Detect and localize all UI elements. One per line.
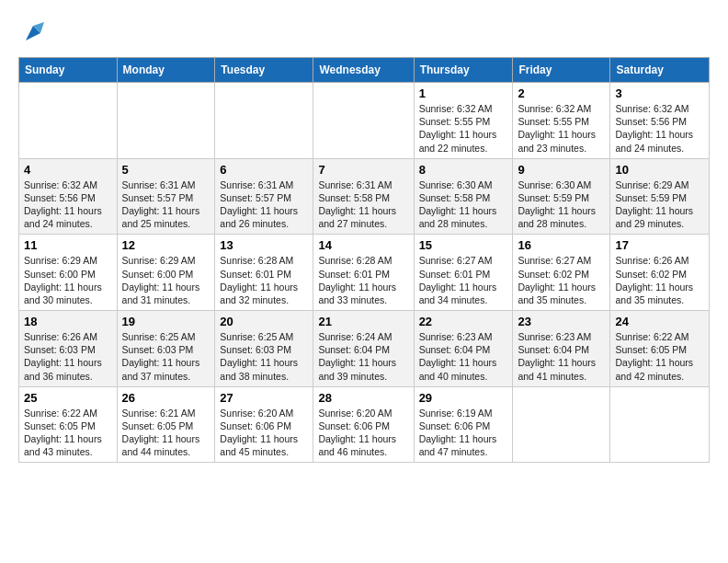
day-info: Sunrise: 6:20 AM Sunset: 6:06 PM Dayligh… [318,407,408,459]
calendar-cell: 21Sunrise: 6:24 AM Sunset: 6:04 PM Dayli… [313,311,414,387]
day-number: 27 [220,391,308,405]
day-number: 26 [122,391,210,405]
calendar-cell: 3Sunrise: 6:32 AM Sunset: 5:56 PM Daylig… [610,83,710,159]
calendar-cell: 19Sunrise: 6:25 AM Sunset: 6:03 PM Dayli… [117,311,215,387]
day-info: Sunrise: 6:29 AM Sunset: 6:00 PM Dayligh… [24,254,112,306]
day-number: 7 [318,163,408,177]
logo [18,18,51,48]
day-number: 4 [24,163,112,177]
day-info: Sunrise: 6:23 AM Sunset: 6:04 PM Dayligh… [518,330,605,383]
day-of-week-header: Monday [117,58,215,83]
day-number: 13 [220,238,308,252]
day-number: 29 [419,391,508,405]
calendar-cell: 9Sunrise: 6:30 AM Sunset: 5:59 PM Daylig… [513,158,610,235]
day-number: 18 [24,315,112,328]
calendar-week-row: 25Sunrise: 6:22 AM Sunset: 6:05 PM Dayli… [19,386,710,463]
day-number: 23 [518,315,605,328]
calendar-week-row: 11Sunrise: 6:29 AM Sunset: 6:00 PM Dayli… [19,235,710,311]
calendar-cell: 23Sunrise: 6:23 AM Sunset: 6:04 PM Dayli… [513,311,610,387]
day-info: Sunrise: 6:28 AM Sunset: 6:01 PM Dayligh… [318,254,408,306]
day-number: 20 [220,315,308,328]
day-info: Sunrise: 6:22 AM Sunset: 6:05 PM Dayligh… [24,407,112,459]
day-of-week-header: Wednesday [313,58,414,83]
page-header [18,18,710,48]
day-of-week-header: Friday [513,58,610,83]
day-number: 19 [122,315,210,328]
calendar-cell: 26Sunrise: 6:21 AM Sunset: 6:05 PM Dayli… [117,386,215,463]
calendar-table: SundayMondayTuesdayWednesdayThursdayFrid… [18,57,710,463]
calendar-cell: 8Sunrise: 6:30 AM Sunset: 5:58 PM Daylig… [414,158,513,235]
calendar-cell [513,386,610,463]
day-info: Sunrise: 6:29 AM Sunset: 5:59 PM Dayligh… [615,178,704,231]
day-number: 14 [318,238,408,252]
calendar-week-row: 4Sunrise: 6:32 AM Sunset: 5:56 PM Daylig… [19,158,710,235]
calendar-header-row: SundayMondayTuesdayWednesdayThursdayFrid… [19,58,710,83]
day-info: Sunrise: 6:31 AM Sunset: 5:58 PM Dayligh… [318,178,408,231]
calendar-cell: 7Sunrise: 6:31 AM Sunset: 5:58 PM Daylig… [313,158,414,235]
day-info: Sunrise: 6:21 AM Sunset: 6:05 PM Dayligh… [122,407,210,459]
calendar-cell [215,83,313,159]
day-info: Sunrise: 6:19 AM Sunset: 6:06 PM Dayligh… [419,407,508,459]
logo-icon [18,18,48,48]
day-of-week-header: Tuesday [215,58,313,83]
day-info: Sunrise: 6:20 AM Sunset: 6:06 PM Dayligh… [220,407,308,459]
day-info: Sunrise: 6:32 AM Sunset: 5:55 PM Dayligh… [419,102,508,155]
calendar-cell: 20Sunrise: 6:25 AM Sunset: 6:03 PM Dayli… [215,311,313,387]
day-of-week-header: Saturday [610,58,710,83]
day-info: Sunrise: 6:28 AM Sunset: 6:01 PM Dayligh… [220,254,308,306]
calendar-cell: 22Sunrise: 6:23 AM Sunset: 6:04 PM Dayli… [414,311,513,387]
calendar-cell [19,83,118,159]
day-info: Sunrise: 6:32 AM Sunset: 5:56 PM Dayligh… [615,102,704,155]
calendar-cell: 14Sunrise: 6:28 AM Sunset: 6:01 PM Dayli… [313,235,414,311]
day-number: 10 [615,163,704,177]
day-number: 17 [615,238,704,252]
calendar-cell: 2Sunrise: 6:32 AM Sunset: 5:55 PM Daylig… [513,83,610,159]
calendar-cell: 15Sunrise: 6:27 AM Sunset: 6:01 PM Dayli… [414,235,513,311]
calendar-cell: 16Sunrise: 6:27 AM Sunset: 6:02 PM Dayli… [513,235,610,311]
day-info: Sunrise: 6:32 AM Sunset: 5:56 PM Dayligh… [24,178,112,231]
day-of-week-header: Sunday [19,58,118,83]
day-info: Sunrise: 6:22 AM Sunset: 6:05 PM Dayligh… [615,330,704,383]
calendar-cell: 24Sunrise: 6:22 AM Sunset: 6:05 PM Dayli… [610,311,710,387]
calendar-cell: 11Sunrise: 6:29 AM Sunset: 6:00 PM Dayli… [19,235,118,311]
day-number: 12 [122,238,210,252]
day-info: Sunrise: 6:25 AM Sunset: 6:03 PM Dayligh… [122,330,210,383]
day-info: Sunrise: 6:27 AM Sunset: 6:02 PM Dayligh… [518,254,605,306]
calendar-week-row: 1Sunrise: 6:32 AM Sunset: 5:55 PM Daylig… [19,83,710,159]
calendar-cell: 13Sunrise: 6:28 AM Sunset: 6:01 PM Dayli… [215,235,313,311]
day-info: Sunrise: 6:29 AM Sunset: 6:00 PM Dayligh… [122,254,210,306]
calendar-cell: 18Sunrise: 6:26 AM Sunset: 6:03 PM Dayli… [19,311,118,387]
day-number: 16 [518,238,605,252]
calendar-cell: 29Sunrise: 6:19 AM Sunset: 6:06 PM Dayli… [414,386,513,463]
day-of-week-header: Thursday [414,58,513,83]
calendar-cell: 5Sunrise: 6:31 AM Sunset: 5:57 PM Daylig… [117,158,215,235]
day-info: Sunrise: 6:23 AM Sunset: 6:04 PM Dayligh… [419,330,508,383]
day-number: 22 [419,315,508,328]
day-info: Sunrise: 6:25 AM Sunset: 6:03 PM Dayligh… [220,330,308,383]
calendar-cell [117,83,215,159]
calendar-cell: 27Sunrise: 6:20 AM Sunset: 6:06 PM Dayli… [215,386,313,463]
calendar-cell: 1Sunrise: 6:32 AM Sunset: 5:55 PM Daylig… [414,83,513,159]
day-number: 24 [615,315,704,328]
day-number: 3 [615,86,704,100]
day-number: 6 [220,163,308,177]
calendar-cell: 12Sunrise: 6:29 AM Sunset: 6:00 PM Dayli… [117,235,215,311]
day-number: 11 [24,238,112,252]
day-number: 9 [518,163,605,177]
day-info: Sunrise: 6:26 AM Sunset: 6:02 PM Dayligh… [615,254,704,306]
day-info: Sunrise: 6:31 AM Sunset: 5:57 PM Dayligh… [220,178,308,231]
day-number: 5 [122,163,210,177]
day-info: Sunrise: 6:27 AM Sunset: 6:01 PM Dayligh… [419,254,508,306]
calendar-cell [313,83,414,159]
day-number: 21 [318,315,408,328]
calendar-cell: 28Sunrise: 6:20 AM Sunset: 6:06 PM Dayli… [313,386,414,463]
day-number: 1 [419,86,508,100]
day-number: 2 [518,86,605,100]
day-number: 15 [419,238,508,252]
calendar-cell: 4Sunrise: 6:32 AM Sunset: 5:56 PM Daylig… [19,158,118,235]
day-info: Sunrise: 6:31 AM Sunset: 5:57 PM Dayligh… [122,178,210,231]
day-number: 28 [318,391,408,405]
day-number: 8 [419,163,508,177]
day-info: Sunrise: 6:24 AM Sunset: 6:04 PM Dayligh… [318,330,408,383]
calendar-cell: 10Sunrise: 6:29 AM Sunset: 5:59 PM Dayli… [610,158,710,235]
